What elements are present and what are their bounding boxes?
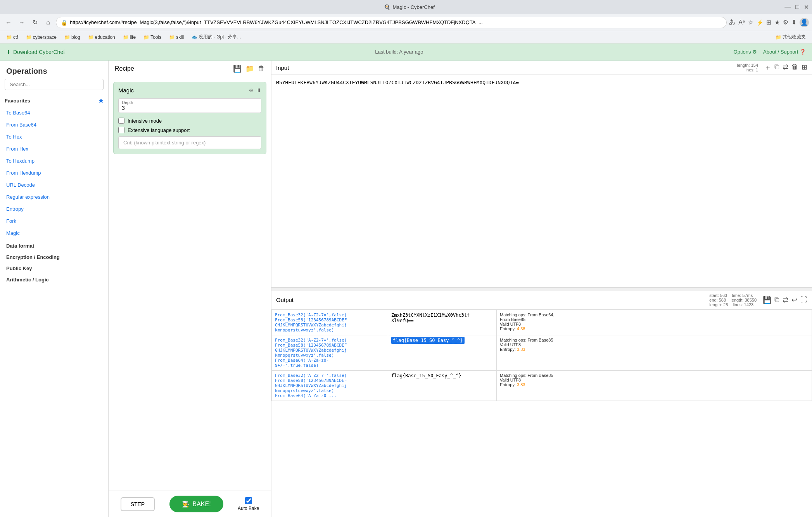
magic-card-controls: ⊗ ⏸ [249,87,261,93]
fullscreen-output-icon[interactable]: ⛶ [800,296,807,304]
encryption-category: Encryption / Encoding [0,250,108,262]
auto-bake-label: Auto Bake [238,506,259,511]
search-input[interactable] [5,79,104,90]
bookmark-life[interactable]: 📁 life [120,34,139,41]
output-row-3: From_Base32('A-Z2-7=',false) From_Base58… [272,370,812,401]
back-button[interactable]: ← [3,17,14,28]
step-button[interactable]: STEP [121,497,155,511]
magic-card: Magic ⊗ ⏸ Depth 3 Intensive mode [113,82,266,154]
home-button[interactable]: ⌂ [43,17,54,28]
profile-icon[interactable]: 👤 [800,18,809,27]
intensive-mode-checkbox[interactable] [118,118,124,124]
output-icons: 💾 ⧉ ⇄ ↩ ⛶ [763,296,807,304]
output-length: 38550 [745,298,757,302]
page-favicon: 🍳 [384,4,390,10]
url-input[interactable] [70,19,722,25]
replace-input-icon[interactable]: ⇄ [783,296,788,304]
download-cyberchef[interactable]: ⬇ Download CyberChef [6,49,65,55]
favorites-icon[interactable]: ☆ [748,19,753,26]
bookmark-gpt[interactable]: 🐟 没用的 · Gpt · 分享... [188,33,244,41]
output-end: 588 [719,298,726,302]
crib-placeholder: Crib (known plaintext string or regex) [123,140,206,146]
title-bar-center: 🍳 Magic - CyberChef [384,4,434,10]
clear-input-icon[interactable]: 🗑 [791,63,798,72]
magic-disable-icon[interactable]: ⊗ [249,87,253,93]
download-icon[interactable]: ⬇ [791,19,796,26]
clear-recipe-icon[interactable]: 🗑 [258,64,265,73]
sidebar-item-url-decode[interactable]: URL Decode [0,179,108,191]
auto-bake-checkbox[interactable] [245,497,252,504]
collections-icon[interactable]: ★ [774,19,780,26]
output-recipe-2: From_Base32('A-Z2-7=',false) From_Base58… [272,335,388,370]
bookmark-cyberspace[interactable]: 📁 cyberspace [23,34,60,41]
favourites-star-icon: ★ [98,97,104,104]
bookmark-blog[interactable]: 📁 blog [61,34,83,41]
bookmark-ctf[interactable]: 📁 ctf [3,34,21,41]
sidebar-item-fork[interactable]: Fork [0,215,108,227]
bookmark-tools[interactable]: 📁 Tools [140,34,164,41]
sidebar-item-to-hexdump[interactable]: To Hexdump [0,155,108,167]
options-button[interactable]: Options ⚙ [734,49,757,55]
add-tab-icon[interactable]: ＋ [764,63,771,72]
settings-icon[interactable]: ⚙ [783,19,788,26]
sidebar-item-magic[interactable]: Magic [0,227,108,239]
address-bar[interactable]: 🔒 [56,17,727,28]
sidebar-item-to-hex[interactable]: To Hex [0,131,108,143]
intensive-mode-label: Intensive mode [128,118,162,124]
browser-toolbar: ← → ↻ ⌂ 🔒 あ Aᵃ ☆ ⚡ ⊞ ★ ⚙ ⬇ 👤 [0,14,812,31]
crib-input-area: Crib (known plaintext string or regex) [118,136,261,149]
recipe-icons: 💾 📁 🗑 [233,64,265,73]
output-value-2: flag{Base_15_S0_Easy_^_^} [388,335,497,370]
translate-icon[interactable]: あ [729,18,735,26]
app-header: ⬇ Download CyberChef Last build: A year … [0,43,812,61]
extensive-language-checkbox[interactable] [118,127,124,133]
browser-extensions-icon[interactable]: ⚡ [757,19,763,26]
output-row-2: From_Base32('A-Z2-7=',false) From_Base58… [272,335,812,370]
magic-pause-icon[interactable]: ⏸ [256,87,261,93]
output-table: From_Base32('A-Z2-7=',false) From_Base58… [271,310,812,401]
entropy-1: 4.38 [517,326,525,331]
save-output-icon[interactable]: 💾 [763,296,771,304]
save-recipe-icon[interactable]: 💾 [233,64,242,73]
input-lines: 1 [756,68,758,72]
input-content[interactable]: M5YHEUTEKFBW6YJWKZGU44CXIEYUWMLSNJLTOZCX… [271,75,812,287]
maximize-btn[interactable]: □ [795,3,799,11]
output-length-top: 25 [723,302,728,307]
sidebar-item-regex[interactable]: Regular expression [0,191,108,203]
recipe-footer: STEP 👨‍🍳 BAKE! Auto Bake [109,491,271,517]
sidebar-item-from-base64[interactable]: From Base64 [0,119,108,131]
sidebar-item-entropy[interactable]: Entropy [0,203,108,215]
io-divider[interactable] [271,288,812,291]
output-info-3: Matching ops: From Base85 Valid UTF8 Ent… [497,370,812,401]
bake-button[interactable]: 👨‍🍳 BAKE! [169,496,223,512]
swap-icon[interactable]: ⇄ [783,63,788,72]
reader-mode-icon[interactable]: Aᵃ [738,19,745,26]
minimize-btn[interactable]: — [784,3,791,11]
copy-output-icon[interactable]: ⧉ [774,296,779,304]
window-controls[interactable]: — □ ✕ [784,3,809,11]
recipe-panel: Recipe 💾 📁 🗑 Magic ⊗ ⏸ [109,61,271,517]
close-btn[interactable]: ✕ [804,3,809,11]
input-title: Input [276,64,289,71]
bookmark-other[interactable]: 📁 其他收藏夹 [772,33,809,41]
output-title: Output [276,297,294,303]
about-button[interactable]: About / Support ❓ [763,49,806,55]
sidebar-item-to-base64[interactable]: To Base64 [0,107,108,119]
bookmark-skill[interactable]: 📁 skill [166,34,187,41]
depth-label: Depth [122,100,258,105]
io-area: Input length: 154 lines: 1 ＋ ⧉ ⇄ 🗑 [271,61,812,517]
tab-group-icon[interactable]: ⊞ [766,19,771,26]
new-tab-icon[interactable]: ⧉ [774,63,779,72]
output-value-1: ZmxhZ3tCYXNlXzE1X1MwX0Vhc3lf Xl9efQ== [388,310,497,335]
sidebar-item-from-hexdump[interactable]: From Hexdump [0,167,108,179]
build-info: Last build: A year ago [375,49,423,55]
load-recipe-icon[interactable]: 📁 [245,64,254,73]
forward-button[interactable]: → [16,17,27,28]
bookmark-education[interactable]: 📁 education [85,34,118,41]
sidebar-item-from-hex[interactable]: From Hex [0,143,108,155]
undo-output-icon[interactable]: ↩ [791,296,797,304]
extensive-language-row: Extensive language support [118,127,261,133]
magic-card-title: Magic [118,87,134,94]
layout-icon[interactable]: ⊞ [802,63,807,72]
refresh-button[interactable]: ↻ [29,17,40,28]
